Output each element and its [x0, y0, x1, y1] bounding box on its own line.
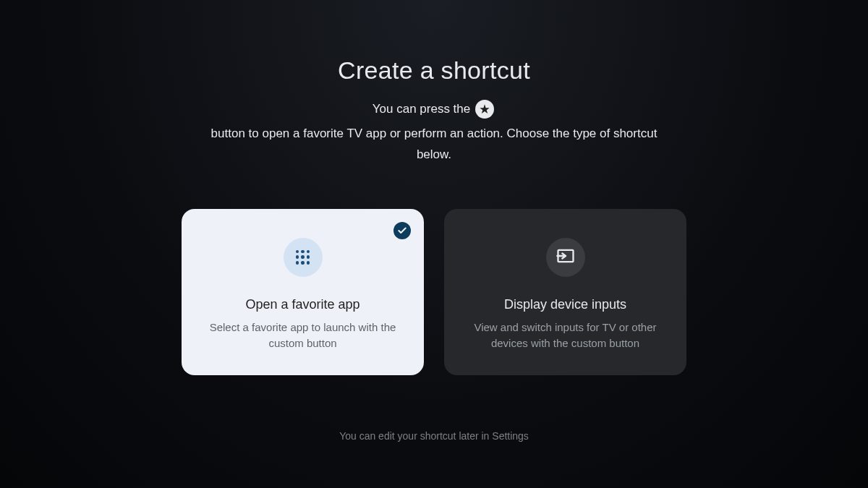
- input-icon: [546, 238, 585, 277]
- star-icon: [475, 100, 494, 119]
- shortcut-options-container: Open a favorite app Select a favorite ap…: [182, 209, 686, 375]
- option-description: Select a favorite app to launch with the…: [199, 320, 407, 352]
- subtitle-text-after: button to open a favorite TV app or perf…: [203, 124, 665, 166]
- option-title: Display device inputs: [504, 297, 626, 312]
- subtitle-text-before: You can press the: [373, 99, 470, 120]
- option-display-device-inputs[interactable]: Display device inputs View and switch in…: [444, 209, 686, 375]
- page-title: Create a shortcut: [338, 56, 530, 85]
- page-subtitle: You can press the button to open a favor…: [203, 99, 665, 166]
- option-title: Open a favorite app: [245, 297, 359, 312]
- apps-grid-icon: [284, 238, 323, 277]
- checkmark-icon: [393, 222, 411, 239]
- option-open-favorite-app[interactable]: Open a favorite app Select a favorite ap…: [182, 209, 424, 375]
- option-description: View and switch inputs for TV or other d…: [461, 320, 669, 352]
- footer-hint: You can edit your shortcut later in Sett…: [339, 430, 529, 442]
